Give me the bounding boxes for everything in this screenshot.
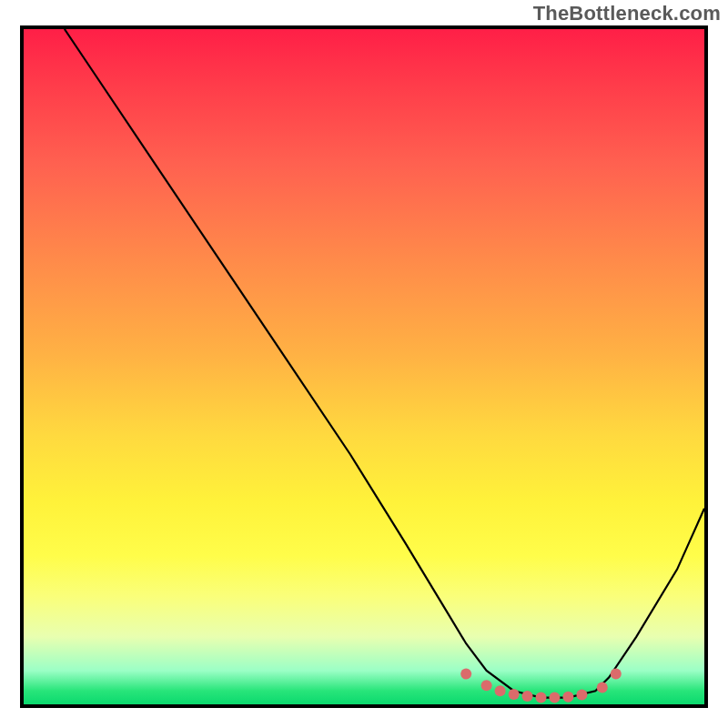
optimal-marker — [562, 692, 573, 703]
optimal-marker — [597, 682, 608, 693]
optimal-marker — [522, 691, 533, 702]
optimal-marker — [611, 669, 622, 680]
optimal-marker — [576, 690, 587, 701]
optimal-marker — [549, 693, 560, 703]
curve-layer — [24, 29, 704, 704]
optimal-marker — [536, 693, 547, 703]
bottleneck-curve — [65, 29, 704, 698]
optimal-marker — [460, 669, 471, 680]
watermark-text: TheBottleneck.com — [533, 2, 721, 25]
chart-frame: TheBottleneck.com — [0, 0, 728, 728]
optimal-marker-group — [460, 669, 622, 703]
optimal-marker — [495, 685, 506, 696]
plot-area — [20, 25, 708, 708]
optimal-marker — [481, 680, 492, 691]
optimal-marker — [509, 689, 520, 700]
